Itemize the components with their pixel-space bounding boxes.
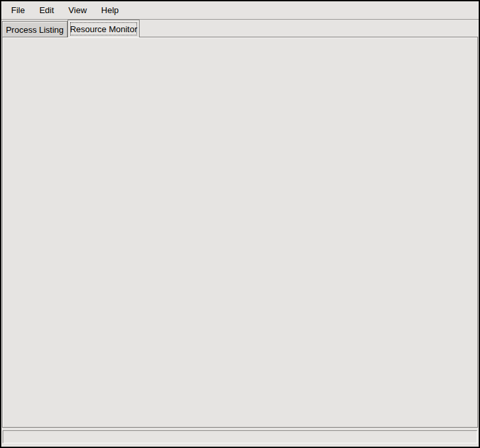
menu-edit[interactable]: Edit [32,1,61,19]
focus-outline [70,22,137,35]
status-bar [3,430,477,443]
resource-monitor-page [2,37,478,428]
menu-file[interactable]: File [4,1,32,19]
tab-resource-monitor[interactable]: Resource Monitor [68,20,140,37]
tab-process-listing[interactable]: Process Listing [2,21,68,37]
app-window: File Edit View Help Process Listing Reso… [0,0,480,448]
menu-help[interactable]: Help [94,1,126,19]
menu-view[interactable]: View [61,1,94,19]
menubar: File Edit View Help [1,1,479,20]
tab-label: Process Listing [6,25,64,35]
